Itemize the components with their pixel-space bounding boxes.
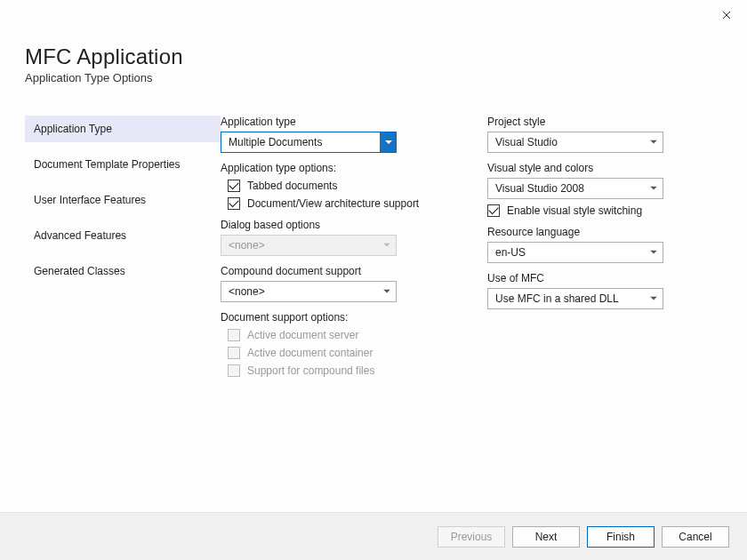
next-button-label: Next xyxy=(535,531,558,543)
active-server-checkbox xyxy=(228,329,240,341)
compound-support-value: <none> xyxy=(229,285,265,298)
enable-switching-row[interactable]: Enable visual style switching xyxy=(487,204,722,217)
chevron-down-icon xyxy=(650,297,657,301)
sidebar-item-label: User Interface Features xyxy=(34,194,146,206)
active-container-checkbox xyxy=(228,347,240,359)
chevron-down-icon xyxy=(380,132,396,152)
application-type-value: Multiple Documents xyxy=(229,136,322,148)
sidebar-item-user-interface-features[interactable]: User Interface Features xyxy=(25,187,221,213)
application-type-options-label: Application type options: xyxy=(221,162,455,174)
wizard-title: MFC Application xyxy=(25,44,747,69)
use-mfc-label: Use of MFC xyxy=(487,272,722,284)
wizard-window: MFC Application Application Type Options… xyxy=(0,0,747,560)
resource-lang-value: en-US xyxy=(495,246,526,259)
sidebar-item-advanced-features[interactable]: Advanced Features xyxy=(25,222,221,249)
compound-files-checkbox xyxy=(228,364,240,377)
resource-lang-label: Resource language xyxy=(487,226,722,238)
chevron-down-icon xyxy=(650,251,657,255)
tabbed-documents-checkbox[interactable] xyxy=(228,180,240,192)
sidebar-item-generated-classes[interactable]: Generated Classes xyxy=(25,258,221,284)
docview-label: Document/View architecture support xyxy=(247,197,419,210)
sidebar-item-label: Advanced Features xyxy=(34,229,126,242)
enable-switching-checkbox[interactable] xyxy=(487,204,500,217)
compound-files-label: Support for compound files xyxy=(247,364,374,377)
docview-row[interactable]: Document/View architecture support xyxy=(221,197,455,210)
active-server-label: Active document server xyxy=(247,329,358,341)
sidebar-item-label: Application Type xyxy=(34,123,112,135)
close-button[interactable] xyxy=(719,7,735,23)
chevron-down-icon xyxy=(650,187,657,191)
visual-style-combo[interactable]: Visual Studio 2008 xyxy=(487,178,663,199)
wizard-body: Application Type Document Template Prope… xyxy=(25,116,722,498)
docview-checkbox[interactable] xyxy=(228,197,240,210)
project-style-combo[interactable]: Visual Studio xyxy=(487,132,663,153)
sidebar-item-label: Document Template Properties xyxy=(34,158,181,171)
previous-button-label: Previous xyxy=(451,531,493,543)
sidebar-item-application-type[interactable]: Application Type xyxy=(25,116,221,142)
visual-style-label: Visual style and colors xyxy=(487,162,722,174)
enable-switching-label: Enable visual style switching xyxy=(507,204,642,217)
form-column-left: Application type Multiple Documents Appl… xyxy=(221,116,455,498)
wizard-subtitle: Application Type Options xyxy=(25,71,747,84)
sidebar-item-document-template-properties[interactable]: Document Template Properties xyxy=(25,151,221,178)
form-column-right: Project style Visual Studio Visual style… xyxy=(487,116,722,498)
sidebar-item-label: Generated Classes xyxy=(34,265,125,277)
next-button[interactable]: Next xyxy=(512,526,580,548)
cancel-button[interactable]: Cancel xyxy=(662,526,729,548)
chevron-down-icon xyxy=(383,290,390,294)
active-container-label: Active document container xyxy=(247,347,373,359)
tabbed-documents-label: Tabbed documents xyxy=(247,180,337,192)
chevron-down-icon xyxy=(383,244,390,248)
dialog-based-combo: <none> xyxy=(221,235,397,256)
active-container-row: Active document container xyxy=(221,347,455,359)
resource-lang-combo[interactable]: en-US xyxy=(487,242,663,263)
chevron-down-icon xyxy=(650,140,657,145)
tabbed-documents-row[interactable]: Tabbed documents xyxy=(221,180,455,192)
dialog-based-label: Dialog based options xyxy=(221,219,455,231)
active-server-row: Active document server xyxy=(221,329,455,341)
dialog-based-value: <none> xyxy=(229,239,265,252)
project-style-value: Visual Studio xyxy=(495,136,558,148)
compound-files-row: Support for compound files xyxy=(221,364,455,377)
sidebar: Application Type Document Template Prope… xyxy=(25,116,221,498)
application-type-label: Application type xyxy=(221,116,455,128)
finish-button[interactable]: Finish xyxy=(587,526,655,548)
cancel-button-label: Cancel xyxy=(679,531,711,543)
finish-button-label: Finish xyxy=(606,531,635,543)
compound-support-label: Compound document support xyxy=(221,265,455,277)
application-type-combo[interactable]: Multiple Documents xyxy=(221,132,397,153)
use-mfc-combo[interactable]: Use MFC in a shared DLL xyxy=(487,288,663,309)
project-style-label: Project style xyxy=(487,116,722,128)
previous-button: Previous xyxy=(438,526,505,548)
form-columns: Application type Multiple Documents Appl… xyxy=(221,116,722,498)
doc-support-options-label: Document support options: xyxy=(221,311,455,324)
use-mfc-value: Use MFC in a shared DLL xyxy=(495,292,619,305)
wizard-footer: Previous Next Finish Cancel xyxy=(0,512,747,560)
compound-support-combo[interactable]: <none> xyxy=(221,281,397,302)
wizard-header: MFC Application Application Type Options xyxy=(0,0,747,84)
visual-style-value: Visual Studio 2008 xyxy=(495,182,584,195)
